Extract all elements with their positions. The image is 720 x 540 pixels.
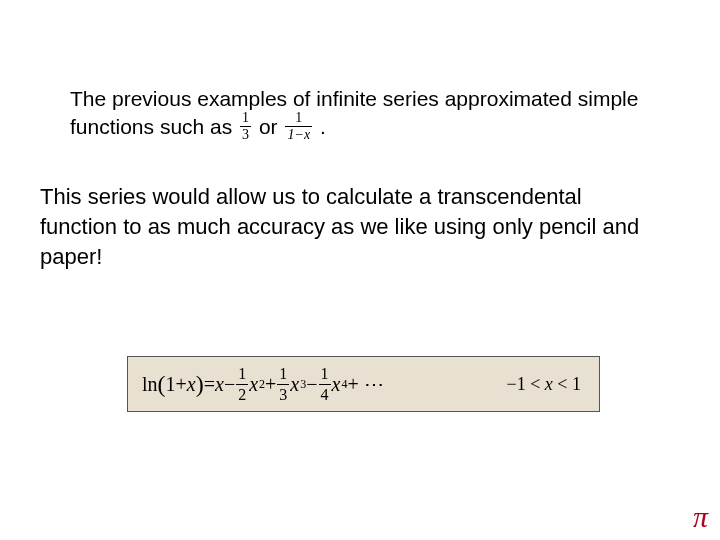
frac-num: 1	[236, 366, 248, 385]
term4-coef: 1 4	[319, 366, 331, 403]
frac-den: 2	[236, 385, 248, 403]
term2-coef: 1 2	[236, 366, 248, 403]
op-minus-2: −	[306, 373, 317, 396]
term3-coef: 1 3	[277, 366, 289, 403]
formula-box: ln ( 1+ x ) = x − 1 2 x2 + 1 3 x3 − 1 4 …	[127, 356, 600, 412]
term4-var: x	[332, 373, 341, 396]
fraction-one-over-one-minus-x: 1 1−x	[283, 111, 314, 142]
frac-num: 1	[277, 366, 289, 385]
series-expansion: ln ( 1+ x ) = x − 1 2 x2 + 1 3 x3 − 1 4 …	[142, 366, 384, 403]
frac-num: 1	[240, 111, 251, 127]
equals: =	[204, 373, 215, 396]
intro-paragraph: The previous examples of infinite series…	[70, 85, 650, 144]
ln-arg-var: x	[187, 373, 196, 396]
frac-num: 1	[319, 366, 331, 385]
frac-den: 3	[277, 385, 289, 403]
pi-icon: π	[693, 500, 708, 534]
domain-text: −1 < x < 1	[507, 374, 581, 394]
intro-text-1: The previous examples of infinite series…	[70, 87, 638, 138]
frac-num: 1	[285, 111, 312, 127]
paren-open: (	[158, 371, 166, 398]
intro-or: or	[259, 115, 284, 138]
op-minus-1: −	[224, 373, 235, 396]
body-paragraph: This series would allow us to calculate …	[40, 182, 650, 271]
intro-period: .	[320, 115, 326, 138]
op-plus-1: +	[265, 373, 276, 396]
domain-condition: −1 < x < 1	[507, 374, 581, 395]
frac-den: 1−x	[285, 127, 312, 142]
frac-den: 3	[240, 127, 251, 142]
fraction-one-third: 1 3	[238, 111, 253, 142]
ln-arg-const: 1+	[166, 373, 187, 396]
ln-label: ln	[142, 373, 158, 396]
term2-var: x	[249, 373, 258, 396]
paren-close: )	[196, 371, 204, 398]
ellipsis: + ⋯	[347, 372, 383, 396]
term1-x: x	[215, 373, 224, 396]
term3-var: x	[290, 373, 299, 396]
frac-den: 4	[319, 385, 331, 403]
